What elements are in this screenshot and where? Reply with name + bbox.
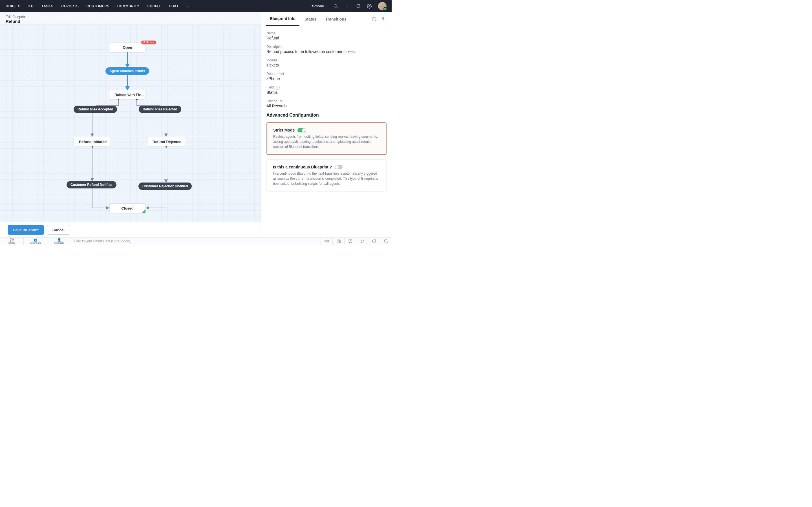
pin-icon[interactable]: [379, 15, 387, 23]
nav-item-reports[interactable]: REPORTS: [61, 4, 79, 8]
connector-dot: [118, 99, 119, 100]
nav-item-tasks[interactable]: TASKS: [42, 4, 53, 8]
state-closed-label: Closed: [121, 206, 133, 210]
add-icon[interactable]: [344, 4, 349, 9]
field-name-value: Refund: [266, 36, 387, 40]
nav-item-chat[interactable]: CHAT: [169, 4, 179, 8]
panel-tabs: Blueprint Info States Transitions i: [261, 12, 392, 26]
continuous-toggle[interactable]: [335, 165, 343, 169]
field-module-value: Tickets: [266, 63, 387, 67]
comments-icon[interactable]: [356, 238, 368, 244]
page-title: Refund: [6, 19, 255, 24]
nav-item-tickets[interactable]: TICKETS: [5, 4, 20, 8]
field-dept-label: Department: [266, 72, 387, 76]
top-nav: TICKETS KB TASKS REPORTS CUSTOMERS COMMU…: [0, 0, 392, 12]
strict-mode-toggle[interactable]: [297, 128, 305, 132]
field-field-label: Field i: [266, 86, 387, 90]
connector-dot: [136, 99, 138, 100]
svg-point-19: [384, 240, 387, 242]
state-initiated-label: Refund Initiated: [79, 140, 107, 144]
calendar-icon[interactable]: [333, 238, 344, 244]
canvas-action-bar: Save Blueprint Cancel: [0, 222, 261, 237]
info-icon[interactable]: i: [276, 86, 280, 90]
state-raised-label: Raised with Fin...: [114, 93, 144, 97]
transition-plea-rejected[interactable]: Refund Plea Rejected: [139, 106, 181, 113]
notification-icon[interactable]: [356, 4, 361, 9]
user-avatar[interactable]: [378, 2, 387, 10]
svg-line-20: [387, 242, 388, 243]
blueprint-canvas-pane: Edit Blueprint Refund: [0, 12, 261, 237]
nav-item-kb[interactable]: KB: [29, 4, 34, 8]
connector-dot: [165, 146, 167, 148]
svg-point-6: [369, 5, 370, 7]
cancel-button[interactable]: Cancel: [47, 225, 70, 235]
state-closed[interactable]: Closed: [109, 203, 146, 213]
field-dept-value: zPhone: [266, 76, 387, 81]
state-open[interactable]: Open 6 Hours: [109, 43, 146, 52]
nav-item-customers[interactable]: CUSTOMERS: [87, 4, 109, 8]
tab-blueprint-info[interactable]: Blueprint Info: [266, 12, 299, 26]
advanced-config-title: Advanced Configuration: [266, 113, 387, 118]
search-icon[interactable]: [333, 4, 338, 9]
state-refund-initiated[interactable]: Refund Initiated: [73, 137, 111, 147]
svg-text:i: i: [374, 18, 374, 20]
svg-rect-18: [372, 240, 375, 242]
state-open-label: Open: [123, 45, 132, 50]
svg-line-1: [336, 7, 337, 8]
svg-point-0: [334, 4, 337, 7]
continuous-title: Is this a continuous Blueprint ?: [273, 165, 332, 169]
dock-tab-channels-label: Channels: [24, 241, 47, 244]
tab-transitions[interactable]: Transitions: [321, 12, 350, 26]
breadcrumb: Edit Blueprint Refund: [0, 12, 261, 24]
save-blueprint-button[interactable]: Save Blueprint: [8, 225, 44, 235]
help-icon[interactable]: i: [370, 15, 378, 23]
connector-dot: [92, 146, 93, 148]
dock-tab-contacts-label: Contacts: [47, 241, 71, 244]
state-open-sla-badge: 6 Hours: [141, 41, 156, 44]
field-name-label: Name: [266, 31, 387, 35]
chevron-down-icon: ▾: [325, 5, 327, 8]
chats-icon: 💬: [0, 238, 23, 241]
nav-more-icon[interactable]: ⋯: [186, 3, 191, 9]
field-desc-value: Refund process to be followed on custome…: [266, 49, 387, 54]
state-raised-finance[interactable]: Raised with Fin...: [109, 90, 146, 100]
bottom-dock: 💬 Chats 👥 Channels 👤 Contacts Here is yo…: [0, 237, 392, 244]
final-state-indicator-icon: [142, 209, 146, 213]
tab-states[interactable]: States: [301, 12, 320, 26]
blueprint-side-panel: Blueprint Info States Transitions i Name…: [261, 12, 392, 237]
strict-mode-desc: Restrict agents from editing fields, sen…: [273, 134, 380, 149]
strict-mode-card: Strict Mode Restrict agents from editing…: [266, 122, 387, 155]
svg-rect-14: [337, 240, 340, 243]
dock-tab-contacts[interactable]: 👤 Contacts: [47, 238, 71, 244]
svg-rect-4: [357, 4, 359, 8]
dock-tab-channels[interactable]: 👥 Channels: [24, 238, 47, 244]
field-criteria-label: Criteria ✎: [266, 99, 387, 103]
field-field-value: Status: [266, 90, 387, 95]
field-criteria-value: All Records: [266, 104, 387, 108]
smart-chat-input[interactable]: Here is your Smart Chat (Ctrl+Space): [71, 239, 320, 243]
nav-item-social[interactable]: SOCIAL: [147, 4, 161, 8]
transition-plea-accepted[interactable]: Refund Plea Accepted: [73, 106, 117, 113]
continuous-blueprint-card: Is this a continuous Blueprint ? In a co…: [266, 159, 387, 191]
blueprint-canvas[interactable]: Edit Blueprint Refund: [0, 12, 261, 222]
dock-tab-chats[interactable]: 💬 Chats: [0, 238, 24, 244]
edit-criteria-icon[interactable]: ✎: [280, 100, 283, 103]
clock-icon[interactable]: [344, 238, 356, 244]
field-module-label: Module: [266, 58, 387, 62]
channels-icon: 👥: [24, 238, 47, 241]
svg-point-16: [339, 241, 340, 242]
brand-switcher[interactable]: zPhone ▾: [312, 4, 327, 8]
continuous-desc: In a continuous Blueprint, the next tran…: [273, 171, 380, 186]
transition-attach-proofs[interactable]: Agent attaches proofs: [105, 67, 149, 75]
svg-point-5: [359, 4, 360, 5]
keyboard-icon[interactable]: ⌨: [320, 238, 333, 244]
settings-icon[interactable]: [367, 4, 372, 9]
contacts-icon: 👤: [47, 238, 71, 241]
nav-item-community[interactable]: COMMUNITY: [117, 4, 140, 8]
strict-mode-title: Strict Mode: [273, 128, 295, 132]
state-refund-rejected[interactable]: Refund Rejected: [147, 137, 185, 147]
share-icon[interactable]: [368, 238, 380, 244]
transition-customer-rejection-notified[interactable]: Customer Rejection Notified: [139, 182, 192, 190]
dock-search-icon[interactable]: [380, 238, 392, 244]
transition-customer-refund-notified[interactable]: Customer Refund Notified: [66, 181, 116, 188]
